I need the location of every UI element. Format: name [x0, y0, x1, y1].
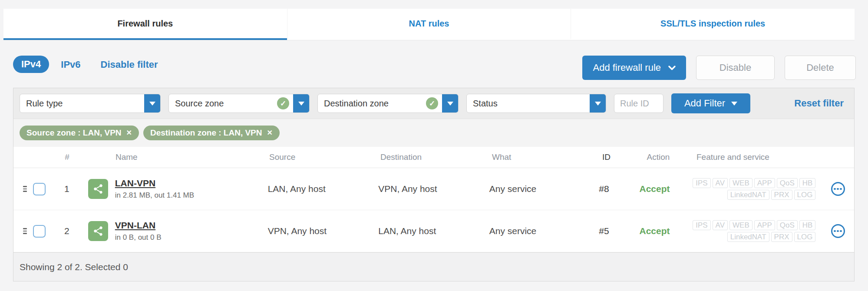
feature-badge: HB [799, 178, 816, 188]
feature-badge: QoS [777, 220, 798, 230]
filter-chip-label: Destination zone : LAN, VPN [150, 128, 262, 138]
active-filter-chips: Source zone : LAN, VPN ✕ Destination zon… [13, 119, 854, 147]
rule-traffic: in 0 B, out 0 B [115, 233, 268, 242]
feature-badge: LinkedNAT [727, 232, 769, 242]
feature-badge: AV [713, 178, 728, 188]
ipv6-toggle[interactable]: IPv6 [61, 59, 80, 70]
destination-zone-dropdown-label: Destination zone [318, 99, 426, 109]
rule-type-dropdown-label: Rule type [20, 99, 144, 109]
feature-badge: IPS [693, 178, 710, 188]
rule-what: Any service [489, 184, 599, 194]
ellipsis-menu-icon[interactable] [831, 224, 845, 238]
chevron-down-icon [668, 66, 676, 70]
add-filter-label: Add Filter [684, 98, 725, 109]
status-dropdown-label: Status [467, 99, 590, 109]
rule-name-link[interactable]: LAN-VPN [115, 178, 155, 188]
dropdown-toggle[interactable] [442, 94, 458, 112]
check-circle-icon: ✓ [426, 97, 438, 109]
destination-zone-dropdown[interactable]: Destination zone ✓ [317, 94, 459, 113]
feature-badge: PRX [771, 232, 792, 242]
column-header-feature: Feature and service [683, 152, 822, 162]
column-header-what: What [492, 152, 602, 162]
rule-number: 2 [51, 226, 83, 236]
chevron-down-icon [149, 102, 155, 106]
rule-destination: LAN, Any host [378, 226, 489, 236]
close-icon[interactable]: ✕ [267, 129, 273, 136]
feature-badge: APP [754, 178, 775, 188]
table-row: 1 LAN-VPN in 2.81 MB, out 1.41 MB LAN, A… [13, 168, 854, 210]
add-filter-button[interactable]: Add Filter [671, 93, 750, 113]
chevron-down-icon [595, 102, 601, 106]
feature-badge: QoS [777, 178, 798, 188]
rule-source: LAN, Any host [268, 184, 379, 194]
dropdown-toggle[interactable] [144, 94, 160, 112]
feature-badge: LinkedNAT [727, 190, 769, 200]
dropdown-toggle[interactable] [590, 94, 606, 112]
feature-badge: LOG [794, 232, 816, 242]
table-row: 2 VPN-LAN in 0 B, out 0 B VPN, Any host … [13, 210, 854, 252]
dropdown-toggle[interactable] [293, 94, 309, 112]
rule-what: Any service [489, 226, 599, 236]
add-firewall-rule-button[interactable]: Add firewall rule [582, 56, 686, 80]
rule-id: #8 [599, 184, 630, 194]
close-icon[interactable]: ✕ [126, 129, 132, 136]
column-header-source: Source [269, 152, 380, 162]
source-zone-dropdown[interactable]: Source zone ✓ [168, 94, 310, 113]
table-header: # Name Source Destination What ID Action… [13, 147, 854, 168]
column-header-number: # [51, 152, 83, 162]
disable-button[interactable]: Disable [696, 56, 775, 80]
feature-badge: WEB [729, 220, 752, 230]
rule-id-input[interactable] [614, 94, 663, 113]
rule-destination: VPN, Any host [378, 184, 489, 194]
row-checkbox[interactable] [33, 225, 46, 238]
column-header-action: Action [633, 152, 683, 162]
disable-filter-link[interactable]: Disable filter [101, 59, 158, 70]
ellipsis-menu-icon[interactable] [831, 182, 845, 196]
rule-action: Accept [630, 226, 680, 236]
chevron-down-icon [731, 102, 737, 106]
chevron-down-icon [447, 102, 453, 106]
drag-handle-icon[interactable] [23, 186, 27, 192]
rule-source: VPN, Any host [268, 226, 379, 236]
drag-handle-icon[interactable] [23, 228, 27, 234]
filter-bar: Rule type Source zone ✓ Destination zone… [13, 88, 854, 119]
feature-badge: APP [754, 220, 775, 230]
tab-firewall-rules[interactable]: Firewall rules [3, 9, 287, 40]
rule-action: Accept [630, 184, 680, 194]
delete-button[interactable]: Delete [785, 56, 856, 80]
rule-traffic: in 2.81 MB, out 1.41 MB [115, 191, 268, 200]
feature-badge: PRX [771, 190, 792, 200]
filter-chip-label: Source zone : LAN, VPN [26, 128, 122, 138]
column-header-name: Name [114, 152, 269, 162]
ipv4-toggle[interactable]: IPv4 [13, 56, 49, 73]
status-dropdown[interactable]: Status [466, 94, 606, 113]
filter-chip-destination-zone: Destination zone : LAN, VPN ✕ [143, 126, 280, 140]
feature-badges: IPS AV WEB APP QoS HB LinkedNAT PRX LOG [693, 178, 815, 200]
column-header-destination: Destination [380, 152, 492, 162]
rules-tab-bar: Firewall rules NAT rules SSL/TLS inspect… [3, 9, 855, 40]
share-icon [88, 179, 108, 199]
feature-badge: AV [713, 220, 728, 230]
feature-badge: HB [799, 220, 816, 230]
chevron-down-icon [298, 102, 304, 106]
showing-status-text: Showing 2 of 2. Selected 0 [20, 262, 128, 272]
toolbar: IPv4 IPv6 Disable filter Add firewall ru… [13, 56, 856, 80]
reset-filter-link[interactable]: Reset filter [794, 98, 848, 109]
rule-type-dropdown[interactable]: Rule type [20, 94, 161, 113]
feature-badge: WEB [729, 178, 752, 188]
column-header-id: ID [602, 152, 633, 162]
feature-badge: IPS [693, 220, 710, 230]
filter-chip-source-zone: Source zone : LAN, VPN ✕ [20, 126, 139, 140]
tab-nat-rules[interactable]: NAT rules [287, 9, 571, 40]
source-zone-dropdown-label: Source zone [169, 99, 277, 109]
add-firewall-rule-label: Add firewall rule [593, 62, 661, 73]
firewall-rules-panel: Rule type Source zone ✓ Destination zone… [13, 88, 855, 281]
feature-badge: LOG [794, 190, 816, 200]
tab-ssl-tls-inspection-rules[interactable]: SSL/TLS inspection rules [571, 9, 855, 40]
rule-id: #5 [599, 226, 630, 236]
row-checkbox[interactable] [33, 183, 46, 195]
rule-number: 1 [51, 184, 83, 194]
table-footer: Showing 2 of 2. Selected 0 [13, 252, 854, 281]
rule-name-link[interactable]: VPN-LAN [115, 220, 155, 231]
check-circle-icon: ✓ [277, 97, 289, 109]
